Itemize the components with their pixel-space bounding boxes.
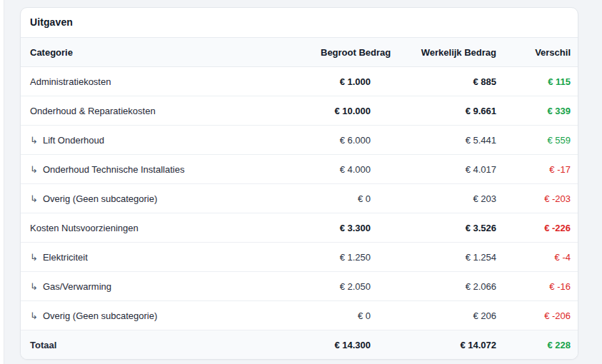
werkelijk-bedrag-value: € 206 <box>378 301 503 330</box>
verschil-value: € 559 <box>503 126 578 155</box>
verschil-value: € -226 <box>503 213 578 243</box>
verschil-value: € -206 <box>503 301 578 330</box>
werkelijk-bedrag-value: € 2.066 <box>378 272 503 301</box>
verschil-value: € 228 <box>503 330 578 360</box>
table-row: ↳Elektriciteit € 1.250 € 1.254 € -4 <box>21 243 578 272</box>
category-label: Administratiekosten <box>30 76 111 87</box>
begroot-bedrag-value: € 14.300 <box>321 330 378 360</box>
verschil-value: € -4 <box>503 243 578 272</box>
column-header-werkelijk-bedrag: Werkelijk Bedrag <box>378 38 503 67</box>
category-label: Onderhoud & Reparatiekosten <box>30 106 156 116</box>
category-label: Totaal <box>30 340 56 350</box>
category-label: Elektriciteit <box>43 252 88 263</box>
verschil-value: € -16 <box>503 272 578 301</box>
werkelijk-bedrag-value: € 9.661 <box>378 96 503 126</box>
subcategory-arrow-icon: ↳ <box>30 252 38 263</box>
subcategory-arrow-icon: ↳ <box>30 164 38 175</box>
werkelijk-bedrag-value: € 5.441 <box>378 126 503 155</box>
werkelijk-bedrag-value: € 203 <box>378 184 503 213</box>
column-header-verschil: Verschil <box>503 38 578 67</box>
card-title: Uitgaven <box>21 8 578 38</box>
table-row: ↳Overig (Geen subcategorie) € 0 € 206 € … <box>21 301 578 330</box>
subcategory-arrow-icon: ↳ <box>30 310 38 321</box>
left-edge-strip <box>0 0 4 364</box>
category-label: Overig (Geen subcategorie) <box>43 310 157 321</box>
table-row: ↳Gas/Verwarming € 2.050 € 2.066 € -16 <box>21 272 578 301</box>
subcategory-arrow-icon: ↳ <box>30 135 38 146</box>
table-row: ↳Lift Onderhoud € 6.000 € 5.441 € 559 <box>21 126 578 155</box>
begroot-bedrag-value: € 4.000 <box>321 155 378 184</box>
begroot-bedrag-value: € 10.000 <box>321 96 378 126</box>
subcategory-arrow-icon: ↳ <box>30 193 38 204</box>
begroot-bedrag-value: € 0 <box>321 184 378 213</box>
category-label: Gas/Verwarming <box>43 281 111 292</box>
category-label: Onderhoud Technische Installaties <box>43 164 185 175</box>
table-row: Totaal € 14.300 € 14.072 € 228 <box>21 330 578 360</box>
begroot-bedrag-value: € 1.000 <box>321 67 378 96</box>
begroot-bedrag-value: € 6.000 <box>321 126 378 155</box>
category-label: Kosten Nutsvoorzieningen <box>30 223 139 233</box>
expenses-card: Uitgaven Categorie Begroot Bedrag Werkel… <box>20 7 578 360</box>
column-header-begroot-bedrag: Begroot Bedrag <box>321 38 378 67</box>
begroot-bedrag-value: € 3.300 <box>321 213 378 243</box>
werkelijk-bedrag-value: € 14.072 <box>378 330 503 360</box>
begroot-bedrag-value: € 0 <box>321 301 378 330</box>
expenses-page: Uitgaven Categorie Begroot Bedrag Werkel… <box>0 0 602 364</box>
column-header-categorie: Categorie <box>21 38 321 67</box>
werkelijk-bedrag-value: € 3.526 <box>378 213 503 243</box>
werkelijk-bedrag-value: € 1.254 <box>378 243 503 272</box>
begroot-bedrag-value: € 1.250 <box>321 243 378 272</box>
table-row: Kosten Nutsvoorzieningen € 3.300 € 3.526… <box>21 213 578 243</box>
table-row: ↳Onderhoud Technische Installaties € 4.0… <box>21 155 578 184</box>
verschil-value: € 115 <box>503 67 578 96</box>
begroot-bedrag-value: € 2.050 <box>321 272 378 301</box>
category-label: Lift Onderhoud <box>43 135 104 146</box>
verschil-value: € -203 <box>503 184 578 213</box>
verschil-value: € 339 <box>503 96 578 126</box>
table-row: Administratiekosten € 1.000 € 885 € 115 <box>21 67 578 96</box>
werkelijk-bedrag-value: € 885 <box>378 67 503 96</box>
table-row: ↳Overig (Geen subcategorie) € 0 € 203 € … <box>21 184 578 213</box>
expenses-table-header: Categorie Begroot Bedrag Werkelijk Bedra… <box>21 38 578 67</box>
verschil-value: € -17 <box>503 155 578 184</box>
werkelijk-bedrag-value: € 4.017 <box>378 155 503 184</box>
category-label: Overig (Geen subcategorie) <box>43 193 157 204</box>
expenses-table: Categorie Begroot Bedrag Werkelijk Bedra… <box>21 38 578 359</box>
table-row: Onderhoud & Reparatiekosten € 10.000 € 9… <box>21 96 578 126</box>
subcategory-arrow-icon: ↳ <box>30 281 38 292</box>
expenses-table-body: Administratiekosten € 1.000 € 885 € 115 … <box>21 67 578 360</box>
